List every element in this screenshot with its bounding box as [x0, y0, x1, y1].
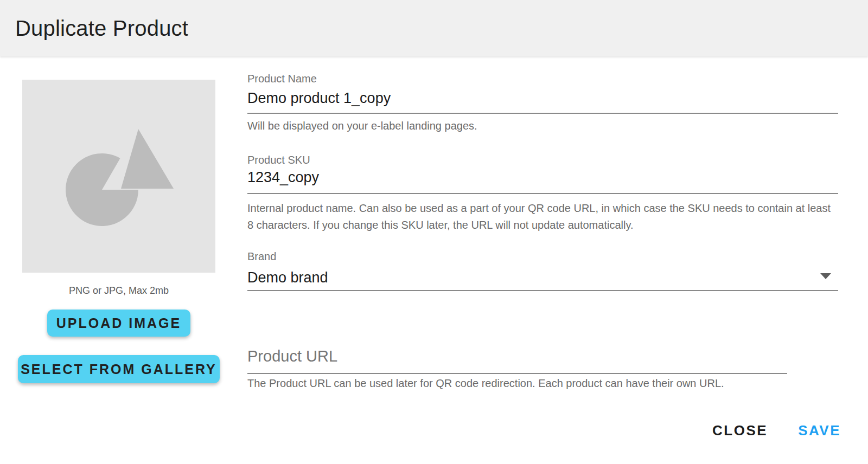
product-sku-input[interactable] — [247, 167, 838, 187]
dialog-header: Duplicate Product — [0, 0, 868, 56]
product-sku-underline — [247, 193, 838, 194]
product-name-label: Product Name — [247, 72, 317, 85]
product-sku-label: Product SKU — [247, 153, 310, 166]
dialog-actions: CLOSE SAVE — [712, 422, 841, 439]
close-button[interactable]: CLOSE — [712, 422, 768, 439]
image-placeholder-icon — [22, 80, 215, 273]
dialog-title: Duplicate Product — [15, 16, 188, 41]
product-url-input[interactable] — [247, 345, 787, 367]
chevron-down-icon[interactable] — [820, 273, 831, 279]
brand-underline — [247, 290, 838, 291]
product-url-underline — [247, 373, 787, 374]
brand-select[interactable]: Demo brand — [247, 268, 812, 287]
product-image-placeholder[interactable] — [22, 80, 215, 273]
product-name-helper: Will be displayed on your e-label landin… — [247, 118, 838, 134]
image-format-hint: PNG or JPG, Max 2mb — [22, 285, 215, 297]
product-sku-helper: Internal product name. Can also be used … — [247, 200, 838, 234]
product-name-underline — [247, 113, 838, 114]
save-button[interactable]: SAVE — [798, 422, 841, 439]
product-url-helper: The Product URL can be used later for QR… — [247, 375, 838, 392]
select-from-gallery-button[interactable]: SELECT FROM GALLERY — [18, 355, 220, 383]
brand-label: Brand — [247, 250, 276, 263]
duplicate-product-dialog: Duplicate Product PNG or JPG, Max 2mb UP… — [0, 0, 868, 464]
upload-image-button[interactable]: UPLOAD IMAGE — [47, 310, 190, 337]
product-name-input[interactable] — [247, 88, 838, 108]
